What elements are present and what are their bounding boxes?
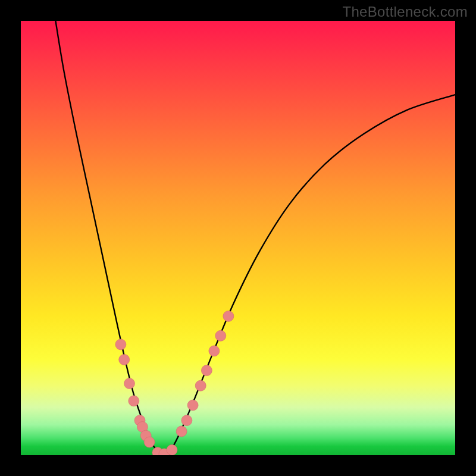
data-dot	[129, 396, 139, 406]
data-dot	[144, 437, 155, 447]
watermark-text: TheBottleneck.com	[342, 4, 468, 20]
left-curve	[55, 21, 164, 455]
data-dot	[187, 400, 198, 411]
data-dot	[115, 339, 126, 350]
data-dot	[167, 444, 177, 455]
data-dot	[181, 415, 192, 426]
right-curve	[164, 95, 455, 454]
data-dot	[201, 365, 212, 376]
dots-right	[176, 311, 234, 437]
plot-area	[21, 21, 455, 455]
data-dot	[215, 330, 226, 341]
dots-bottom	[152, 444, 177, 455]
data-dot	[119, 354, 130, 365]
data-dot	[223, 311, 234, 321]
curve-layer	[21, 21, 455, 455]
dots-left	[115, 339, 155, 447]
data-dot	[209, 346, 220, 356]
data-dot	[124, 378, 135, 389]
chart-frame: TheBottleneck.com	[0, 0, 476, 476]
data-dot	[195, 380, 206, 391]
data-dot	[176, 426, 187, 437]
